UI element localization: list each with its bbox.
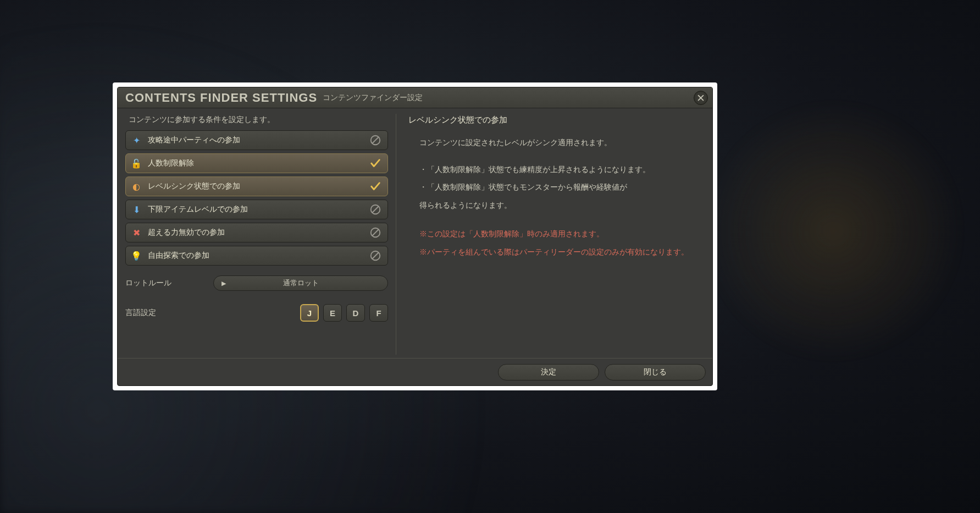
svg-line-3 [373, 207, 379, 213]
down-arrow-icon: ⬇ [130, 203, 142, 216]
loot-rule-row: ロットルール ▶ 通常ロット [125, 275, 388, 291]
option-explorer-mode[interactable]: 💡 自由探索での参加 [125, 246, 388, 266]
detail-body: コンテンツに設定されたレベルがシンク適用されます。 「人数制限解除」状態でも練精… [404, 135, 705, 263]
loot-rule-value: 通常ロット [283, 278, 319, 288]
contents-finder-settings-dialog: CONTENTS FINDER SETTINGS コンテンツファインダー設定 コ… [117, 87, 713, 386]
vertical-separator [396, 114, 396, 355]
title-english: CONTENTS FINDER SETTINGS [125, 91, 317, 105]
option-label: 超える力無効での参加 [148, 228, 369, 238]
loot-rule-label: ロットルール [125, 278, 213, 288]
option-level-sync[interactable]: ◐ レベルシンク状態での参加 [125, 176, 388, 196]
svg-line-1 [373, 137, 379, 144]
lang-button-j[interactable]: J [300, 304, 319, 322]
state-on-icon [369, 157, 382, 170]
option-join-in-progress[interactable]: ✦ 攻略途中パーティへの参加 [125, 130, 388, 150]
dropdown-arrow-icon: ▶ [222, 280, 226, 287]
svg-line-7 [373, 253, 379, 259]
lang-button-f[interactable]: F [369, 304, 388, 322]
dialog-outer-frame: CONTENTS FINDER SETTINGS コンテンツファインダー設定 コ… [113, 82, 717, 390]
detail-warning-block: この設定は「人数制限解除」時のみ適用されます。 パーティを組んでいる際はパーティ… [419, 227, 705, 259]
state-off-icon [369, 134, 382, 147]
option-label: 人数制限解除 [148, 158, 369, 168]
detail-title: レベルシンク状態での参加 [408, 115, 705, 125]
close-footer-button[interactable]: 閉じる [605, 364, 706, 380]
language-label: 言語設定 [125, 308, 213, 318]
lang-button-d[interactable]: D [346, 304, 365, 322]
detail-warning-1: この設定は「人数制限解除」時のみ適用されます。 [419, 227, 705, 241]
option-unrestricted-party[interactable]: 🔓 人数制限解除 [125, 153, 388, 173]
svg-line-5 [373, 230, 379, 236]
detail-summary: コンテンツに設定されたレベルがシンク適用されます。 [419, 135, 705, 150]
option-label: 下限アイテムレベルでの参加 [148, 205, 369, 214]
right-column-detail: レベルシンク状態での参加 コンテンツに設定されたレベルがシンク適用されます。 「… [404, 114, 705, 355]
state-off-icon [369, 203, 382, 216]
close-icon [697, 94, 705, 102]
detail-bullet-2a: 「人数制限解除」状態でもモンスターから報酬や経験値が [419, 180, 705, 195]
dialog-footer: 決定 閉じる [118, 358, 712, 385]
option-echo-disabled[interactable]: ✖ 超える力無効での参加 [125, 223, 388, 242]
dialog-body: コンテンツに参加する条件を設定します。 ✦ 攻略途中パーティへの参加 🔓 人数制… [118, 108, 712, 358]
unlock-icon: 🔓 [130, 157, 142, 169]
language-row: 言語設定 J E D F [125, 304, 388, 322]
option-label: 攻略途中パーティへの参加 [148, 135, 369, 145]
title-japanese: コンテンツファインダー設定 [323, 93, 423, 103]
option-label: 自由探索での参加 [148, 251, 369, 261]
option-min-ilvl[interactable]: ⬇ 下限アイテムレベルでの参加 [125, 200, 388, 219]
state-off-icon [369, 249, 382, 262]
loot-rule-dropdown[interactable]: ▶ 通常ロット [213, 275, 388, 291]
language-button-group: J E D F [300, 304, 388, 322]
party-join-icon: ✦ [130, 134, 142, 146]
left-column: コンテンツに参加する条件を設定します。 ✦ 攻略途中パーティへの参加 🔓 人数制… [125, 114, 388, 355]
sync-icon: ◐ [130, 180, 142, 192]
state-off-icon [369, 226, 382, 239]
instruction-text: コンテンツに参加する条件を設定します。 [129, 115, 388, 125]
detail-bullet-2b: 得られるようになります。 [419, 198, 705, 213]
confirm-button[interactable]: 決定 [498, 364, 599, 380]
no-echo-icon: ✖ [130, 227, 142, 239]
detail-bullet-1: 「人数制限解除」状態でも練精度が上昇されるようになります。 [419, 162, 705, 177]
option-list: ✦ 攻略途中パーティへの参加 🔓 人数制限解除 [125, 130, 388, 266]
bulb-icon: 💡 [130, 250, 142, 262]
titlebar: CONTENTS FINDER SETTINGS コンテンツファインダー設定 [118, 87, 712, 108]
lang-button-e[interactable]: E [323, 304, 342, 322]
close-button[interactable] [694, 91, 708, 105]
state-on-icon [369, 180, 382, 193]
detail-warning-2: パーティを組んでいる際はパーティリーダーの設定のみが有効になります。 [419, 245, 705, 260]
option-label: レベルシンク状態での参加 [148, 181, 369, 191]
